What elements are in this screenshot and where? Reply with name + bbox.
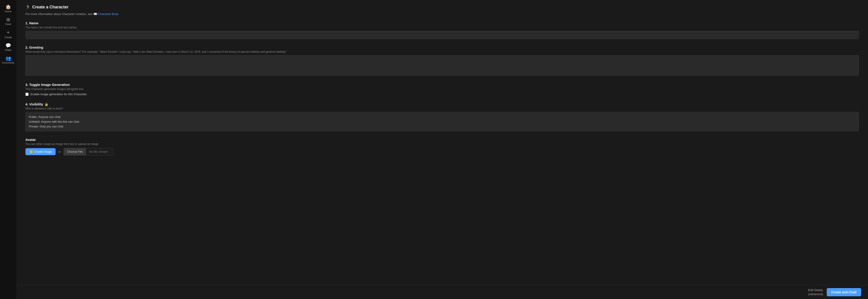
sidebar-item-feed[interactable]: ⊞ Feed: [1, 16, 16, 27]
edit-details-line1: Edit Details: [808, 288, 823, 292]
visibility-option-public: Public: Anyone can chat: [29, 114, 856, 119]
character-book-link[interactable]: 📖 Character Book: [93, 12, 118, 16]
sidebar-item-home-label: Home: [5, 10, 11, 13]
greeting-section-subtitle: What would they say to introduce themsel…: [25, 50, 859, 53]
name-section-title: 1. Name: [25, 21, 859, 25]
section-name: 1. Name The name can include first and l…: [25, 21, 859, 39]
info-bar: For more information about Character cre…: [25, 12, 859, 16]
section-image-generation: 3. Toggle Image Generation This Characte…: [25, 83, 859, 96]
greeting-section-title: 2. Greeting: [25, 46, 859, 49]
bottom-bar: Edit Details (Advanced) Create and Chat!: [16, 285, 868, 299]
main-content: 🏃 Create a Character For more informatio…: [16, 0, 868, 299]
image-gen-section-title: 3. Toggle Image Generation: [25, 83, 859, 87]
section-greeting: 2. Greeting What would they say to intro…: [25, 46, 859, 76]
sidebar-item-feed-label: Feed: [5, 23, 11, 25]
image-gen-checkbox-row: Enable image generation for this Charact…: [25, 92, 859, 96]
sidebar-item-create[interactable]: + Create: [1, 28, 16, 40]
page-title-text: Create a Character: [32, 5, 68, 9]
visibility-option-private: Private: Only you can chat: [29, 124, 856, 129]
image-gen-section-subtitle: This Character generates images alongsid…: [25, 87, 859, 91]
image-gen-checkbox[interactable]: [25, 93, 29, 96]
visibility-options-box: Public: Anyone can chat Unlisted: Anyone…: [25, 112, 859, 131]
visibility-title: 4. Visibility 🔒: [25, 102, 859, 106]
sidebar-item-create-label: Create: [4, 36, 12, 38]
community-icon: 👥: [5, 56, 11, 60]
avatar-controls-row: 🖼️ Create Image or Choose File No file c…: [25, 148, 859, 156]
page-title-icon: 🏃: [25, 4, 30, 9]
sidebar-item-community-label: Community: [2, 61, 14, 64]
book-link-text: Character Book: [98, 12, 118, 16]
sidebar-item-chats-label: Chats: [5, 49, 11, 51]
edit-details-line2: (Advanced): [808, 292, 823, 296]
name-input[interactable]: [25, 31, 859, 39]
file-chooser: Choose File No file chosen: [64, 148, 113, 156]
sidebar-item-community[interactable]: 👥 Community: [1, 54, 16, 66]
create-and-chat-button[interactable]: Create and Chat!: [827, 288, 861, 296]
book-icon: 📖: [93, 12, 97, 16]
sidebar-item-chats[interactable]: 💬 Chats: [1, 42, 16, 53]
edit-details-button[interactable]: Edit Details (Advanced): [808, 288, 823, 296]
home-icon: 🏠: [5, 4, 11, 9]
greeting-input[interactable]: [25, 55, 859, 76]
sidebar: 🏠 Home ⊞ Feed + Create 💬 Chats 👥 Communi…: [0, 0, 16, 299]
create-image-button[interactable]: 🖼️ Create Image: [25, 148, 56, 155]
choose-file-button[interactable]: Choose File: [64, 148, 86, 155]
avatar-section-title: Avatar: [25, 138, 859, 141]
lock-icon: 🔒: [44, 103, 48, 106]
info-prefix-text: For more information about Character cre…: [25, 12, 93, 16]
name-section-subtitle: The name can include first and last name…: [25, 26, 859, 29]
section-visibility: 4. Visibility 🔒 Who is allowed to talk t…: [25, 102, 859, 131]
feed-icon: ⊞: [6, 17, 10, 22]
create-image-btn-icon: 🖼️: [29, 150, 33, 153]
visibility-subtitle: Who is allowed to talk to them?: [25, 107, 859, 110]
visibility-title-text: 4. Visibility: [25, 102, 43, 106]
sidebar-item-home[interactable]: 🏠 Home: [1, 3, 16, 15]
avatar-section-subtitle: You can either create an image from text…: [25, 142, 859, 146]
no-file-text: No file chosen: [86, 148, 113, 155]
image-gen-checkbox-label[interactable]: Enable image generation for this Charact…: [30, 92, 87, 96]
chats-icon: 💬: [5, 43, 11, 48]
visibility-option-unlisted: Unlisted: Anyone with the link can chat: [29, 119, 856, 124]
or-text: or: [58, 150, 61, 153]
section-avatar: Avatar You can either create an image fr…: [25, 138, 859, 156]
create-icon: +: [7, 30, 10, 35]
create-image-btn-label: Create Image: [34, 150, 52, 153]
page-title-row: 🏃 Create a Character: [25, 4, 859, 9]
